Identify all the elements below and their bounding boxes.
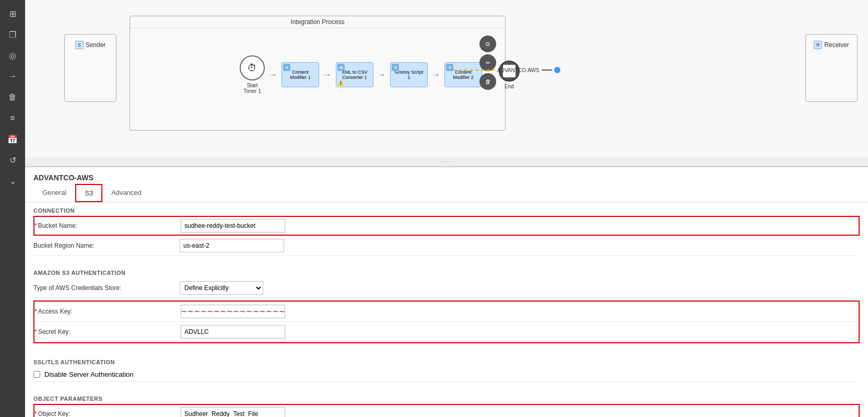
panel-title: ADVANTCO-AWS: [25, 167, 868, 184]
menu-icon[interactable]: ≡: [3, 109, 22, 128]
sidebar: ⊞ ❐ ◎ → 🗑 ≡ 📅 ↺ ⌄: [0, 0, 25, 417]
secret-key-input[interactable]: [181, 325, 285, 339]
receiver-box: R Receiver: [805, 34, 858, 102]
xml-to-csv-shape: ⇄ XML to CSVConverter 1 ⚠️: [336, 62, 373, 87]
tab-advanced[interactable]: Advanced: [102, 184, 150, 202]
flow-container: ⏱ Start Timer 1 → ✦ ContentModifier 1 → …: [240, 55, 520, 94]
arrow-right-icon[interactable]: →: [3, 67, 22, 86]
xml-to-csv-icon: ⇄: [337, 64, 345, 71]
integration-process-title: Integration Process: [130, 16, 505, 28]
credentials-highlight-box: *Access Key: ~~~~~~~~~~~~~~~~~~~~~~~~~~ …: [33, 300, 860, 343]
sender-icon: S: [75, 41, 84, 49]
object-key-row: *Object Key:: [33, 404, 860, 417]
grid-icon[interactable]: ⊞: [3, 4, 22, 23]
copy-icon[interactable]: ❐: [3, 25, 22, 44]
start-timer-node[interactable]: ⏱ Start Timer 1: [240, 55, 265, 94]
object-key-input[interactable]: [181, 407, 285, 417]
arrow-2: →: [323, 70, 332, 79]
connection-section-label: CONNECTION: [33, 202, 860, 216]
start-timer-shape: ⏱: [240, 55, 265, 80]
action-icon-3[interactable]: 🗑: [479, 73, 496, 90]
access-key-row: *Access Key: ~~~~~~~~~~~~~~~~~~~~~~~~~~: [34, 302, 859, 322]
content-modifier-2-shape: ✦ ContentModifier 2: [444, 62, 482, 87]
bucket-region-row: Bucket Region Name:: [33, 236, 860, 256]
chevron-down-icon[interactable]: ⌄: [3, 171, 22, 190]
advantco-connection-label: ADVANTCO-AWS: [497, 67, 539, 73]
auth-section-label: AMAZON S3 AUTHENTICATION: [33, 264, 860, 278]
end-label: End: [505, 84, 514, 89]
content-modifier-1-icon: ✦: [283, 64, 290, 71]
xml-to-csv-node[interactable]: ⇄ XML to CSVConverter 1 ⚠️: [336, 62, 373, 87]
tabs-container: General S3 Advanced: [25, 184, 868, 202]
bucket-name-row: *Bucket Name:: [33, 216, 860, 236]
sender-box: S Sender: [64, 34, 116, 102]
ssl-section: SSL/TLS AUTHENTICATION Disable Server Au…: [25, 354, 868, 390]
main-area: S Sender Integration Process ⏱ Start Tim…: [25, 0, 868, 417]
groovy-script-node[interactable]: ✦ Groovy Script 1: [390, 62, 428, 87]
groovy-script-icon: ✦: [392, 64, 399, 71]
target-icon[interactable]: ◎: [3, 46, 22, 65]
content-modifier-1-node[interactable]: ✦ ContentModifier 1: [281, 62, 319, 87]
calendar-icon[interactable]: 📅: [3, 130, 22, 148]
object-key-label: *Object Key:: [34, 410, 181, 417]
bucket-region-label: Bucket Region Name:: [33, 242, 180, 249]
start-timer-label: Start Timer 1: [240, 83, 265, 94]
disable-server-auth-row: Disable Server Authentication: [33, 367, 860, 382]
credentials-type-row: Type of AWS Credentials Store: Define Ex…: [33, 278, 860, 298]
action-group: ⧉ ✏ 🗑: [479, 36, 496, 90]
access-key-label: *Access Key:: [34, 308, 181, 315]
receiver-icon: R: [814, 41, 822, 49]
arrow-3: →: [378, 70, 386, 79]
bottom-panel: ADVANTCO-AWS General S3 Advanced CONNECT…: [25, 167, 868, 417]
secret-key-row: *Secret Key:: [34, 322, 859, 342]
bucket-name-label: *Bucket Name:: [34, 222, 181, 229]
arrow-1: →: [269, 70, 277, 79]
object-params-label: OBJECT PARAMETERS: [33, 390, 860, 404]
bucket-region-input[interactable]: [180, 239, 284, 252]
receiver-label: Receiver: [824, 41, 849, 49]
canvas-area: S Sender Integration Process ⏱ Start Tim…: [25, 0, 868, 167]
undo-icon[interactable]: ↺: [3, 150, 22, 169]
secret-key-label: *Secret Key:: [34, 328, 181, 335]
content-modifier-2-icon: ✦: [446, 64, 453, 71]
trash-icon[interactable]: 🗑: [3, 88, 22, 107]
credentials-type-label: Type of AWS Credentials Store:: [33, 284, 180, 292]
tab-s3[interactable]: S3: [75, 184, 102, 202]
ssl-section-label: SSL/TLS AUTHENTICATION: [33, 354, 860, 367]
disable-server-auth-checkbox[interactable]: [33, 371, 40, 378]
object-params-section: OBJECT PARAMETERS *Object Key:: [25, 390, 868, 417]
action-icon-1[interactable]: ⧉: [479, 36, 496, 52]
disable-server-auth-label: Disable Server Authentication: [44, 370, 134, 378]
tab-general[interactable]: General: [33, 184, 75, 202]
arrow-4: →: [432, 70, 440, 79]
connection-dot: [554, 67, 560, 73]
advantco-connection: ADVANTCO-AWS: [453, 67, 560, 73]
drag-handle[interactable]: · · ·: [25, 157, 868, 166]
integration-process-box: Integration Process ⏱ Start Timer 1 → ✦ …: [130, 16, 506, 131]
credentials-type-select[interactable]: Define Explicitly Default Credential Pro…: [180, 281, 263, 295]
sender-label: Sender: [86, 41, 106, 49]
solid-line: [542, 70, 552, 71]
content-modifier-1-shape: ✦ ContentModifier 1: [281, 62, 319, 87]
end-node[interactable]: End: [499, 61, 520, 89]
warning-icon: ⚠️: [337, 80, 344, 86]
groovy-script-shape: ✦ Groovy Script 1: [390, 62, 428, 87]
access-key-masked: ~~~~~~~~~~~~~~~~~~~~~~~~~~: [181, 305, 285, 318]
bucket-name-input[interactable]: [181, 219, 285, 233]
dashed-line: [453, 70, 495, 71]
auth-section: AMAZON S3 AUTHENTICATION Type of AWS Cre…: [25, 264, 868, 354]
content-modifier-2-node[interactable]: ✦ ContentModifier 2: [444, 62, 482, 87]
connection-section: CONNECTION *Bucket Name: Bucket Region N…: [25, 202, 868, 264]
